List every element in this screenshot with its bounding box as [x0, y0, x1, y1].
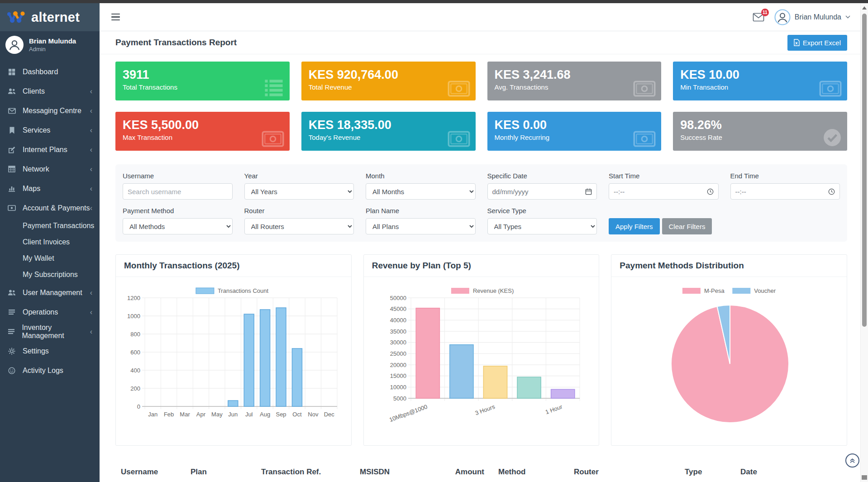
scrollbar-thumb[interactable] — [862, 14, 867, 327]
chevron-left-icon: ‹ — [90, 309, 92, 316]
username-label: Username — [123, 172, 233, 180]
service-type-label: Service Type — [487, 207, 597, 215]
sidebar-item-settings[interactable]: Settings — [0, 341, 100, 361]
sidebar-item-network[interactable]: Network‹ — [0, 159, 100, 179]
header-user-name: Brian Mulunda — [795, 13, 841, 21]
brand-logo-icon — [6, 10, 27, 24]
sidebar-item-operations[interactable]: Operations‹ — [0, 302, 100, 322]
messages-button[interactable]: 11 — [753, 12, 764, 22]
payment-method-select[interactable]: All Methods — [123, 218, 233, 234]
sidebar-user-panel: Brian Mulunda Admin — [0, 31, 100, 58]
router-select[interactable]: All Routers — [244, 218, 354, 234]
year-select[interactable]: All Years — [244, 183, 354, 200]
sidebar-subitem-client-invoices[interactable]: Client Invoices — [0, 234, 100, 250]
brand[interactable]: alternet — [0, 3, 100, 31]
services-icon — [7, 127, 16, 134]
apply-filters-button[interactable]: Apply Filters — [609, 218, 660, 234]
bar-chart-canvas: Transactions Count020040060080010001200J… — [116, 277, 351, 445]
sidebar-item-services[interactable]: Services‹ — [0, 120, 100, 140]
svg-text:Dec: Dec — [324, 411, 335, 418]
chevron-left-icon: ‹ — [90, 205, 92, 212]
bar-chart-canvas: Revenue (KES)500010000150002000025000300… — [364, 277, 599, 445]
menu-toggle-icon[interactable] — [110, 12, 122, 23]
sidebar-item-dashboard[interactable]: Dashboard — [0, 62, 100, 81]
money-icon — [819, 81, 842, 97]
plan-name-select[interactable]: All Plans — [366, 218, 476, 234]
clock-icon[interactable] — [828, 188, 835, 195]
dashboard-icon — [7, 68, 16, 76]
start-time-input[interactable]: --:-- — [609, 183, 719, 200]
svg-text:40000: 40000 — [390, 317, 406, 324]
sidebar-item-maps[interactable]: Maps‹ — [0, 179, 100, 198]
chevron-left-icon: ‹ — [90, 166, 92, 173]
user-menu[interactable]: Brian Mulunda — [774, 9, 850, 25]
inventory-management-icon — [7, 329, 15, 334]
activity-logs-icon — [7, 367, 16, 374]
svg-text:Feb: Feb — [164, 411, 174, 418]
specific-date-input[interactable]: dd/mm/yyyy — [487, 183, 597, 200]
scroll-to-top-button[interactable] — [845, 453, 859, 468]
sidebar-subitem-payment-transactions[interactable]: Payment Transactions — [0, 218, 100, 234]
messaging-centre-icon — [7, 108, 16, 114]
sidebar-item-clients[interactable]: Clients‹ — [0, 81, 100, 101]
svg-text:M-Pesa: M-Pesa — [704, 287, 725, 294]
svg-text:Revenue (KES): Revenue (KES) — [473, 287, 514, 294]
sidebar-item-user-management[interactable]: User Management‹ — [0, 283, 100, 302]
sidebar-item-account-payments[interactable]: Account & Payments‹ — [0, 198, 100, 218]
svg-text:3 Hours: 3 Hours — [474, 403, 496, 417]
svg-text:45000: 45000 — [390, 305, 406, 312]
sidebar-subitem-my-subscriptions[interactable]: My Subscriptions — [0, 267, 100, 283]
brand-name: alternet — [31, 10, 80, 25]
svg-text:50000: 50000 — [390, 295, 406, 301]
stat-label: Monthly Recurring — [495, 134, 654, 141]
money-icon — [448, 81, 470, 97]
money-icon — [262, 131, 284, 147]
maps-icon — [7, 185, 16, 192]
month-select[interactable]: All Months — [366, 183, 476, 200]
settings-icon — [7, 348, 16, 355]
svg-text:Apr: Apr — [196, 411, 206, 418]
svg-text:0: 0 — [137, 403, 140, 410]
column-header-username: Username — [115, 463, 191, 477]
stat-label: Max Transaction — [123, 134, 282, 141]
sidebar-item-internet-plans[interactable]: Internet Plans‹ — [0, 140, 100, 159]
stat-value: KES 18,335.00 — [309, 118, 468, 132]
charts-row: Monthly Transactions (2025)Transactions … — [115, 254, 847, 446]
stat-value: KES 10.00 — [680, 67, 840, 82]
scrollbar-corner — [862, 475, 867, 480]
export-excel-button[interactable]: Export Excel — [787, 35, 847, 51]
clock-icon[interactable] — [707, 188, 714, 195]
chevron-left-icon: ‹ — [90, 185, 92, 192]
account-payments-icon — [7, 205, 16, 211]
network-icon — [7, 166, 16, 172]
chart-title: Payment Methods Distribution — [611, 255, 847, 277]
list-icon — [263, 78, 284, 97]
end-time-input[interactable]: --:-- — [730, 183, 840, 200]
chevron-left-icon: ‹ — [90, 88, 92, 95]
stat-value: KES 5,500.00 — [123, 118, 282, 132]
column-header-router: Router — [560, 463, 671, 477]
sidebar-subitem-my-wallet[interactable]: My Wallet — [0, 250, 100, 267]
main-content: Payment Transactions Report Export Excel… — [100, 31, 860, 482]
calendar-icon[interactable] — [585, 188, 592, 195]
internet-plans-icon — [7, 146, 16, 153]
scrollbar-up-arrow-icon[interactable] — [862, 6, 867, 10]
svg-text:10000: 10000 — [390, 384, 406, 391]
clear-filters-button[interactable]: Clear Filters — [662, 218, 712, 234]
double-chevron-up-icon — [849, 457, 856, 464]
service-type-select[interactable]: All Types — [487, 218, 597, 234]
sidebar-item-inventory-management[interactable]: Inventory Management‹ — [0, 322, 100, 341]
vertical-scrollbar[interactable] — [860, 3, 868, 482]
sidebar-user-role: Admin — [29, 46, 76, 52]
svg-text:10Mbps@1000: 10Mbps@1000 — [388, 403, 428, 423]
svg-text:Sep: Sep — [276, 411, 286, 418]
chevron-left-icon: ‹ — [90, 127, 92, 134]
svg-text:15000: 15000 — [390, 372, 406, 379]
chart-card-revenue-by-plan-top-5: Revenue by Plan (Top 5)Revenue (KES)5000… — [363, 254, 600, 446]
stat-label: Total Transactions — [123, 83, 282, 91]
stat-label: Success Rate — [680, 134, 840, 141]
sidebar-item-activity-logs[interactable]: Activity Logs — [0, 361, 100, 380]
sidebar-item-messaging-centre[interactable]: Messaging Centre‹ — [0, 101, 100, 120]
stat-card-total-transactions: 3911Total Transactions — [115, 62, 290, 100]
username-input[interactable] — [123, 183, 233, 200]
